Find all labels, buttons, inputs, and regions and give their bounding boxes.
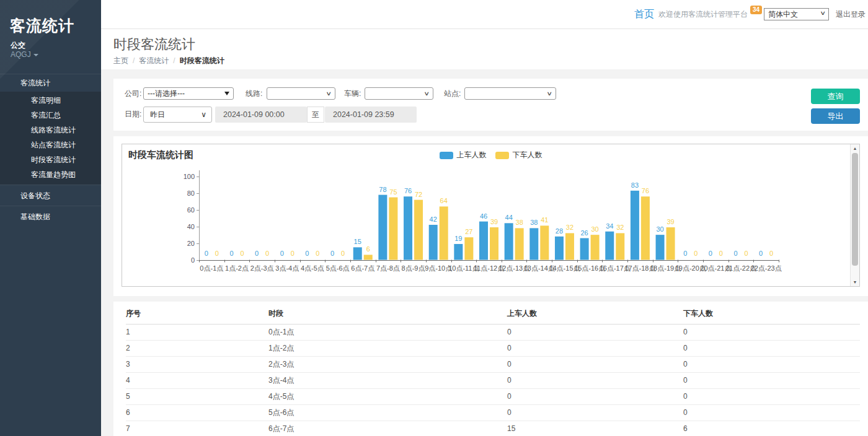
svg-text:0: 0	[316, 250, 319, 257]
svg-text:76: 76	[404, 187, 412, 194]
sidebar-subitem[interactable]: 线路客流统计	[0, 123, 101, 137]
legend-label-boarding[interactable]: 上车人数	[457, 151, 487, 159]
svg-text:78: 78	[379, 186, 386, 193]
sidebar-subitem[interactable]: 站点客流统计	[0, 137, 101, 152]
table-row: 10点-1点00	[126, 325, 860, 341]
chart-scrollbar[interactable]: ▲ ▼	[850, 144, 859, 286]
legend-swatch-alighting[interactable]	[495, 152, 509, 159]
svg-text:0: 0	[215, 250, 219, 257]
svg-text:0: 0	[733, 250, 737, 257]
svg-text:19: 19	[454, 235, 462, 242]
sidebar-nav: 客流统计 客流明细客流汇总线路客流统计站点客流统计时段客流统计客流量趋势图 设备…	[0, 74, 101, 227]
date-to-input[interactable]: 2024-01-09 23:59	[325, 107, 417, 123]
svg-text:0: 0	[240, 250, 244, 257]
table-cell: 3	[126, 357, 268, 373]
table-row: 54点-5点00	[126, 389, 860, 405]
legend-label-alighting[interactable]: 下车人数	[513, 151, 542, 159]
table-header-cell: 序号	[126, 302, 268, 325]
table-cell: 6点-7点	[268, 421, 507, 436]
svg-text:40: 40	[187, 223, 195, 230]
sidebar-item-device-status[interactable]: 设备状态	[0, 185, 101, 206]
scroll-up-icon[interactable]: ▲	[851, 144, 859, 152]
table-header-cell: 上车人数	[507, 302, 683, 325]
svg-text:0: 0	[291, 250, 294, 257]
date-preset-select[interactable]: 昨日∨	[143, 107, 212, 123]
station-select[interactable]: ∨	[464, 87, 556, 100]
main-area: 首页 欢迎使用客流统计管理平台 34 简体中文∨ 退出登录 时段客流统计 主页/…	[101, 0, 868, 436]
line-select[interactable]: ∨	[267, 87, 335, 100]
table-cell: 0	[507, 373, 683, 389]
date-from-input[interactable]: 2024-01-09 00:00	[215, 107, 307, 123]
svg-text:46: 46	[480, 212, 487, 220]
table-cell: 1点-2点	[268, 341, 507, 357]
notification-badge[interactable]: 34	[750, 6, 762, 14]
sidebar-subitem[interactable]: 时段客流统计	[0, 152, 101, 167]
svg-text:0: 0	[191, 256, 195, 264]
scrollbar-thumb[interactable]	[852, 153, 858, 266]
table-header-cell: 时段	[268, 302, 507, 325]
date-label: 日期:	[125, 110, 141, 118]
breadcrumb-home[interactable]: 主页	[113, 56, 128, 65]
app-title: 客流统计	[0, 0, 101, 34]
svg-text:76: 76	[642, 187, 649, 194]
chart-box: 020406080100000点-1点001点-2点002点-3点003点-4点…	[122, 144, 860, 287]
sidebar-subitem[interactable]: 客流明细	[0, 93, 101, 108]
export-button[interactable]: 导出	[811, 108, 860, 124]
table-row: 43点-4点00	[126, 373, 860, 389]
svg-text:83: 83	[631, 181, 639, 189]
chart-legend: 上车人数 下车人数	[440, 151, 542, 159]
svg-text:2点-3点: 2点-3点	[250, 264, 274, 272]
svg-text:32: 32	[566, 224, 574, 231]
language-select[interactable]: 简体中文	[764, 8, 829, 20]
logout-link[interactable]: 退出登录	[836, 9, 866, 20]
svg-text:4点-5点: 4点-5点	[301, 264, 324, 272]
svg-text:41: 41	[541, 216, 548, 224]
svg-text:80: 80	[187, 190, 195, 197]
svg-text:0: 0	[694, 250, 698, 257]
table-cell: 0点-1点	[268, 325, 507, 341]
table-cell: 7	[126, 421, 268, 436]
svg-text:0: 0	[744, 250, 748, 257]
table-cell: 5点-6点	[268, 405, 507, 421]
table-row: 32点-3点00	[126, 357, 860, 373]
table-cell: 5	[126, 389, 268, 405]
sidebar-item-base-data[interactable]: 基础数据	[0, 206, 101, 227]
table-cell: 0	[683, 341, 860, 357]
svg-text:20: 20	[187, 240, 195, 247]
vehicle-label: 车辆:	[344, 90, 361, 98]
org-name: 公交	[0, 34, 101, 50]
breadcrumb-current: 时段客流统计	[180, 56, 224, 65]
user-dropdown[interactable]: AQGJ	[0, 50, 101, 59]
breadcrumb: 主页/客流统计/时段客流统计	[113, 57, 868, 65]
table-cell: 0	[683, 405, 860, 421]
query-button[interactable]: 查询	[811, 89, 860, 104]
table-cell: 3点-4点	[268, 373, 507, 389]
company-select[interactable]: ---请选择---	[143, 87, 234, 100]
sidebar-subitem[interactable]: 客流量趋势图	[0, 167, 101, 182]
table-cell: 0	[683, 357, 860, 373]
table-header-row: 序号时段上车人数下车人数	[126, 302, 860, 325]
sidebar-item-passenger-stats[interactable]: 客流统计	[0, 74, 101, 92]
topbar: 首页 欢迎使用客流统计管理平台 34 简体中文∨ 退出登录	[101, 0, 868, 29]
page-header: 时段客流统计 主页/客流统计/时段客流统计	[101, 29, 868, 69]
breadcrumb-section[interactable]: 客流统计	[139, 56, 169, 65]
sidebar-subitem[interactable]: 客流汇总	[0, 108, 101, 123]
scroll-down-icon[interactable]: ▼	[851, 278, 859, 286]
svg-text:0: 0	[341, 250, 345, 257]
sidebar-submenu: 客流明细客流汇总线路客流统计站点客流统计时段客流统计客流量趋势图	[0, 92, 101, 185]
svg-text:44: 44	[505, 214, 513, 221]
table-row: 76点-7点156	[126, 421, 860, 436]
legend-swatch-boarding[interactable]	[440, 152, 453, 159]
bar-chart: 020406080100000点-1点001点-2点002点-3点003点-4点…	[122, 144, 850, 286]
home-link[interactable]: 首页	[634, 8, 654, 21]
vehicle-select[interactable]: ∨	[365, 87, 433, 100]
table-row: 21点-2点00	[126, 341, 860, 357]
svg-text:26: 26	[580, 229, 588, 237]
svg-text:7点-8点: 7点-8点	[376, 264, 400, 272]
table-cell: 0	[507, 357, 683, 373]
svg-text:0: 0	[769, 250, 773, 257]
table-cell: 4	[126, 373, 268, 389]
svg-text:39: 39	[666, 218, 674, 225]
table-cell: 0	[507, 405, 683, 421]
table-cell: 2点-3点	[268, 357, 507, 373]
